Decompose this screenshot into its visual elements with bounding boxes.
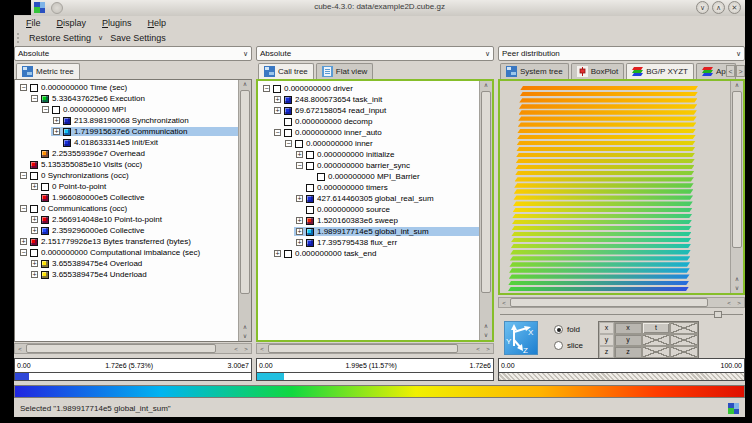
tree-row[interactable]: +69.672158054 read_input (258, 105, 479, 116)
tree-item-label[interactable]: 0.000000000 MPI_Barrier (328, 172, 420, 181)
slider-handle[interactable] (714, 311, 722, 318)
expand-toggle-icon[interactable]: + (296, 239, 303, 246)
topology-vertical-scrollbar[interactable]: ∧ ∧∨ (730, 81, 743, 293)
toolbar-handle[interactable] (17, 33, 20, 43)
expand-toggle-icon[interactable]: + (31, 216, 38, 223)
axis-button-t[interactable]: t (642, 322, 670, 334)
scrollbar-thumb[interactable] (240, 90, 250, 294)
tab-scroll-right-icon[interactable]: > (736, 65, 745, 77)
topology-layer[interactable] (515, 171, 694, 175)
tree-row[interactable]: −0.000000000 Time (sec) (15, 82, 238, 93)
tree-item-label[interactable]: 0.000000000 source (317, 205, 390, 214)
topology-layer[interactable] (515, 165, 694, 169)
expand-toggle-icon[interactable]: + (274, 250, 281, 257)
tree-row[interactable]: −0 Synchronizations (occ) (15, 170, 238, 181)
topology-layer[interactable] (516, 147, 695, 151)
tree-row[interactable]: −0.000000000 inner (258, 138, 479, 149)
tree-row[interactable]: 4.018633314e5 Init/Exit (15, 137, 238, 148)
expand-toggle-icon[interactable]: + (31, 260, 38, 267)
close-icon[interactable]: ✕ (728, 1, 741, 14)
tree-row[interactable]: +248.800673654 task_init (258, 94, 479, 105)
tree-row[interactable]: +1.719915637e6 Communication (15, 126, 238, 137)
tree-item-label[interactable]: 2.253559396e7 Overhead (52, 149, 145, 158)
menu-file[interactable]: File (18, 18, 49, 28)
titlebar[interactable]: cube-4.3.0: data/example2D.cube.gz ∨ ∧ ✕ (14, 0, 745, 16)
tree-row[interactable]: +0 Point-to-point (15, 181, 238, 192)
system-value-mode-select[interactable]: Peer distribution ∨ (498, 46, 745, 61)
tree-item-label[interactable]: 0 Communications (occ) (41, 204, 127, 213)
tree-row[interactable]: −0.000000000 Computational imbalance (se… (15, 247, 238, 258)
tree-item-label[interactable]: 2.151779926e13 Bytes transferred (bytes) (41, 237, 191, 246)
scrollbar-thumb[interactable] (732, 91, 742, 248)
tree-row[interactable]: −0.000000000 driver (258, 83, 479, 94)
tree-item-label[interactable]: 17.395795438 flux_err (317, 238, 397, 247)
tree-item-label[interactable]: 1.966080000e5 Collective (52, 193, 145, 202)
tree-row[interactable]: 0.000000000 MPI_Barrier (258, 171, 479, 182)
tree-row[interactable]: +0.000000000 initialize (258, 149, 479, 160)
fold-radio[interactable] (554, 325, 563, 334)
tree-item-label[interactable]: 0.000000000 MPI (63, 105, 126, 114)
topology-layer[interactable] (514, 189, 694, 193)
tree-item-label[interactable]: 0 Synchronizations (occ) (41, 171, 129, 180)
topology-layer[interactable] (518, 122, 697, 126)
call-horizontal-scrollbar[interactable]: < <> (256, 343, 494, 354)
tree-row[interactable]: +1.520160383e6 sweep (258, 215, 479, 226)
tree-row[interactable]: 5.135355085e10 Visits (occ) (15, 159, 238, 170)
expand-toggle-icon[interactable]: + (20, 238, 27, 245)
topology-layer[interactable] (520, 92, 698, 96)
topology-layer[interactable] (508, 287, 689, 291)
tab-bgp-xyzt[interactable]: BG/P XYZT (626, 63, 694, 79)
call-value-mode-select[interactable]: Absolute ∨ (256, 46, 494, 61)
topology-layer[interactable] (518, 116, 696, 120)
tab-call-tree[interactable]: Call tree (258, 63, 314, 79)
tree-item-label[interactable]: 0.000000000 decomp (295, 117, 372, 126)
topology-layer[interactable] (516, 153, 695, 157)
tree-row[interactable]: +213.898190068 Synchronization (15, 115, 238, 126)
expand-toggle-icon[interactable]: + (53, 128, 60, 135)
collapse-toggle-icon[interactable]: − (20, 172, 27, 179)
topology-layer[interactable] (520, 86, 698, 90)
tree-row[interactable]: 1.966080000e5 Collective (15, 192, 238, 203)
tree-row[interactable]: +2.566914048e10 Point-to-point (15, 214, 238, 225)
tree-item-label[interactable]: 1.989917714e5 global_int_sum (317, 227, 429, 236)
tree-row[interactable]: −0 Communications (occ) (15, 203, 238, 214)
expand-toggle-icon[interactable]: + (296, 151, 303, 158)
topology-layer-stack[interactable] (508, 86, 700, 289)
topology-view[interactable]: ∧ ∧∨ (498, 79, 745, 295)
expand-toggle-icon[interactable]: + (274, 107, 281, 114)
tree-row[interactable]: 0.000000000 timers (258, 182, 479, 193)
topology-layer[interactable] (517, 141, 696, 145)
topology-layer[interactable] (517, 129, 696, 133)
cube-logo-icon[interactable] (728, 403, 739, 414)
expand-toggle-icon[interactable]: + (31, 227, 38, 234)
scrollbar-thumb[interactable] (510, 298, 708, 307)
tree-row[interactable]: +427.614460305 global_real_sum (258, 193, 479, 204)
shade-icon[interactable]: ∨ (696, 1, 709, 14)
restore-setting-button[interactable]: Restore Setting (25, 33, 95, 43)
tree-item-label[interactable]: 69.672158054 read_input (295, 106, 386, 115)
metric-horizontal-scrollbar[interactable]: < <> (14, 343, 252, 354)
tab-system-tree[interactable]: System tree (500, 63, 569, 79)
topology-layer[interactable] (517, 135, 696, 139)
metric-value-mode-select[interactable]: Absolute ∨ (14, 46, 252, 61)
topology-layer[interactable] (510, 250, 690, 254)
topology-layer[interactable] (519, 110, 697, 114)
scrollbar-thumb[interactable] (481, 91, 491, 293)
topology-layer[interactable] (508, 281, 689, 285)
topology-layer[interactable] (512, 220, 692, 224)
tree-item-label[interactable]: 0.000000000 driver (284, 84, 353, 93)
topology-layer[interactable] (512, 214, 692, 218)
call-vertical-scrollbar[interactable]: ∧ ∧∨ (479, 81, 492, 340)
topology-layer[interactable] (511, 244, 691, 248)
topology-layer[interactable] (511, 232, 691, 236)
tab-scroll-buttons[interactable]: < > (726, 65, 745, 77)
tree-row[interactable]: 0.000000000 source (258, 204, 479, 215)
tree-item-label[interactable]: 0.000000000 barrier_sync (317, 161, 410, 170)
expand-toggle-icon[interactable]: + (31, 271, 38, 278)
expand-toggle-icon[interactable]: + (53, 117, 60, 124)
expand-toggle-icon[interactable]: + (296, 195, 303, 202)
axis-button-z[interactable]: z (614, 346, 642, 358)
tab-boxplot[interactable]: BoxPlot (571, 63, 625, 79)
topology-layer[interactable] (519, 98, 697, 102)
metric-vertical-scrollbar[interactable]: ∧ ∧∨ (238, 80, 251, 341)
